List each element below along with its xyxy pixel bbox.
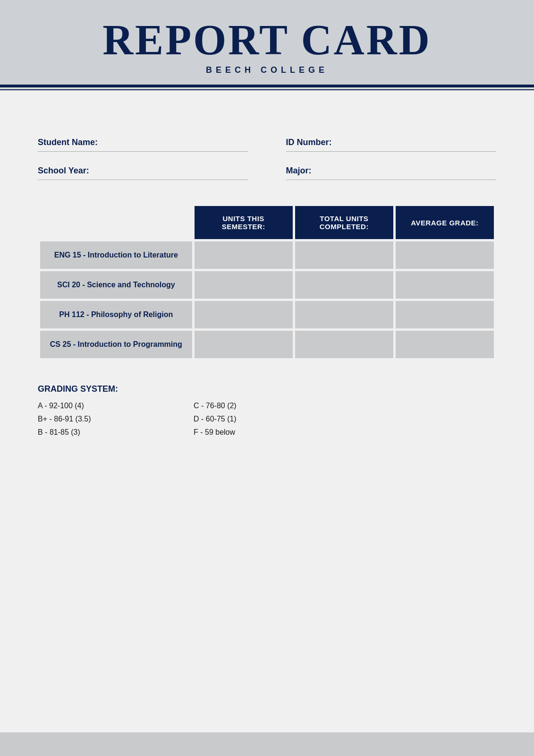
info-row-2: School Year: Major: bbox=[38, 166, 496, 180]
units-semester-3 bbox=[195, 331, 293, 358]
header-divider bbox=[0, 85, 534, 90]
table-row: CS 25 - Introduction to Programming bbox=[40, 331, 494, 358]
major-line bbox=[286, 180, 497, 180]
table-row: SCI 20 - Science and Technology bbox=[40, 271, 494, 299]
school-year-line bbox=[38, 180, 248, 180]
col-header-average-grade: AVERAGE GRADE: bbox=[396, 206, 494, 239]
student-name-field: Student Name: bbox=[38, 137, 248, 152]
course-name-1: SCI 20 - Science and Technology bbox=[40, 271, 192, 299]
header: REPORT CARD BEECH COLLEGE bbox=[0, 0, 534, 85]
school-year-label: School Year: bbox=[38, 166, 248, 176]
col-header-course bbox=[40, 206, 192, 239]
units-semester-1 bbox=[195, 271, 293, 299]
total-units-0 bbox=[295, 241, 393, 269]
id-number-line bbox=[286, 151, 497, 152]
grading-system-title: GRADING SYSTEM: bbox=[38, 384, 496, 394]
course-name-2: PH 112 - Philosophy of Religion bbox=[40, 301, 192, 328]
col-header-units-semester: UNITS THIS SEMESTER: bbox=[195, 206, 293, 239]
table-header-row: UNITS THIS SEMESTER: TOTAL UNITS COMPLET… bbox=[40, 206, 494, 239]
col-header-total-units: TOTAL UNITS COMPLETED: bbox=[295, 206, 393, 239]
average-grade-1 bbox=[396, 271, 494, 299]
grading-grid: A - 92-100 (4)C - 76-80 (2)B+ - 86-91 (3… bbox=[38, 402, 321, 437]
course-name-0: ENG 15 - Introduction to Literature bbox=[40, 241, 192, 269]
student-name-line bbox=[38, 151, 248, 152]
id-number-field: ID Number: bbox=[286, 137, 497, 152]
average-grade-2 bbox=[396, 301, 494, 328]
student-info-section: Student Name: ID Number: School Year: Ma… bbox=[38, 137, 496, 180]
course-name-3: CS 25 - Introduction to Programming bbox=[40, 331, 192, 358]
total-units-3 bbox=[295, 331, 393, 358]
grade-item-5: F - 59 below bbox=[194, 428, 321, 437]
units-semester-2 bbox=[195, 301, 293, 328]
student-name-label: Student Name: bbox=[38, 137, 248, 147]
divider-thick bbox=[0, 85, 534, 87]
total-units-2 bbox=[295, 301, 393, 328]
grade-item-0: A - 92-100 (4) bbox=[38, 402, 165, 410]
school-year-field: School Year: bbox=[38, 166, 248, 180]
main-content: Student Name: ID Number: School Year: Ma… bbox=[0, 90, 534, 732]
grade-item-1: C - 76-80 (2) bbox=[194, 402, 321, 410]
average-grade-0 bbox=[396, 241, 494, 269]
table-row: PH 112 - Philosophy of Religion bbox=[40, 301, 494, 328]
grade-item-3: D - 60-75 (1) bbox=[194, 415, 321, 423]
table-row: ENG 15 - Introduction to Literature bbox=[40, 241, 494, 269]
report-card-title: REPORT CARD bbox=[38, 19, 496, 61]
info-row-1: Student Name: ID Number: bbox=[38, 137, 496, 152]
id-number-label: ID Number: bbox=[286, 137, 497, 147]
total-units-1 bbox=[295, 271, 393, 299]
grade-item-4: B - 81-85 (3) bbox=[38, 428, 165, 437]
average-grade-3 bbox=[396, 331, 494, 358]
footer bbox=[0, 732, 534, 756]
major-field: Major: bbox=[286, 166, 497, 180]
grading-system-section: GRADING SYSTEM: A - 92-100 (4)C - 76-80 … bbox=[38, 384, 496, 437]
grade-item-2: B+ - 86-91 (3.5) bbox=[38, 415, 165, 423]
page: REPORT CARD BEECH COLLEGE Student Name: … bbox=[0, 0, 534, 756]
major-label: Major: bbox=[286, 166, 497, 176]
college-name: BEECH COLLEGE bbox=[38, 65, 496, 75]
grade-table: UNITS THIS SEMESTER: TOTAL UNITS COMPLET… bbox=[38, 204, 496, 361]
units-semester-0 bbox=[195, 241, 293, 269]
